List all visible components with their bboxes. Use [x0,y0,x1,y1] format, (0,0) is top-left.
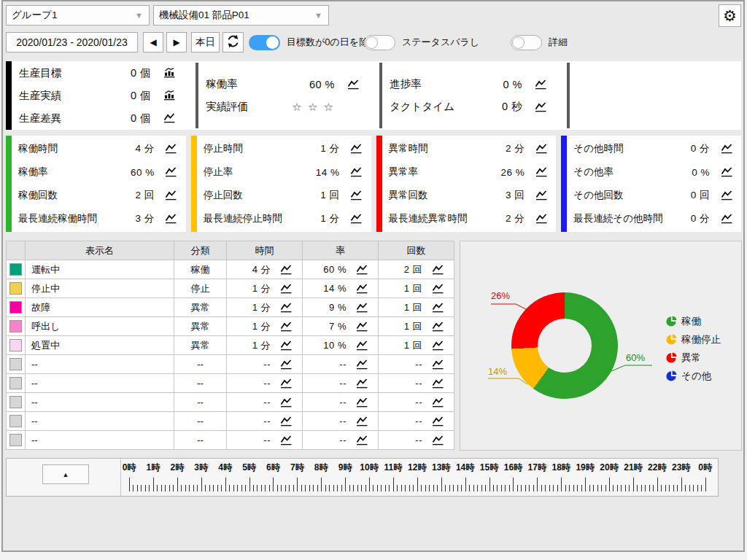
prev-day-button[interactable]: ◀ [143,32,163,52]
trend-line-icon[interactable] [430,284,445,294]
trend-line-icon[interactable] [279,322,293,332]
status-color-swatch [9,301,22,314]
ruler-tick [493,485,494,491]
trend-line-icon[interactable] [430,265,445,275]
trend-line-icon[interactable] [430,341,445,351]
ruler-tick [701,485,702,491]
metric-row: その他回数0 回 [567,184,741,207]
status-name-cell: 運転中 [26,260,174,279]
trend-line-icon[interactable] [355,322,369,332]
machine-dropdown[interactable]: 機械設備01 部品P01 ▼ [153,5,329,26]
toggle-detail[interactable] [511,35,542,50]
ruler-tick [341,485,342,491]
ruler-tick [477,485,478,491]
hour-label: 5時 [242,462,256,474]
metric-value: 4 分 [115,142,155,155]
trend-line-icon[interactable] [279,378,293,389]
ruler-tick [429,485,430,491]
trend-line-icon[interactable] [534,144,549,154]
next-day-button[interactable]: ▶ [166,32,187,52]
trend-line-icon[interactable] [430,435,445,446]
dashboard-window: グループ1 ▼ 機械設備01 部品P01 ▼ ⚙ 2020/01/23 - 20… [0,0,747,560]
table-header-cell: 率 [303,241,379,260]
trend-line-icon[interactable] [430,322,445,332]
trend-line-icon[interactable] [355,341,369,351]
trend-line-icon[interactable] [534,214,549,224]
trend-line-icon[interactable] [279,416,293,427]
trend-line-icon[interactable] [719,190,734,201]
bar-chart-icon[interactable] [162,68,177,78]
trend-line-icon[interactable] [279,435,293,446]
trend-line-icon[interactable] [355,378,369,389]
trend-line-icon[interactable] [533,79,548,90]
trend-line-icon[interactable] [279,303,293,313]
trend-line-icon[interactable] [279,397,293,408]
hour-label: 10時 [360,462,378,474]
trend-line-icon[interactable] [534,190,549,201]
trend-line-icon[interactable] [355,303,369,313]
trend-line-icon[interactable] [279,341,293,351]
settings-button[interactable]: ⚙ [719,4,741,27]
toggle-exclude-zero-days[interactable] [249,35,280,50]
trend-line-icon[interactable] [534,167,549,177]
trend-line-icon[interactable] [355,435,369,446]
ruler-tick [165,485,166,491]
cell-value: 7 % [311,321,347,332]
trend-line-icon[interactable] [279,359,293,370]
trend-line-icon[interactable] [719,167,734,177]
trend-line-icon[interactable] [355,397,369,408]
trend-line-icon[interactable] [349,214,364,224]
trend-line-icon[interactable] [279,265,293,275]
trend-line-icon[interactable] [430,397,445,408]
slice-label-error: 26% [491,290,510,301]
ruler-tick [645,485,646,491]
trend-line-icon[interactable] [355,359,369,370]
trend-line-icon[interactable] [162,113,177,123]
bar-chart-icon[interactable] [162,90,177,101]
trend-line-icon[interactable] [349,144,364,154]
trend-line-icon[interactable] [279,284,293,294]
trend-line-icon[interactable] [355,265,369,275]
status-ratio-chart-panel: 26% 14% 60% 稼働稼働停止異常その他 [460,241,742,451]
cell-value: -- [311,435,347,446]
ruler-tick [641,485,642,491]
status-count-cell: -- [379,355,454,374]
trend-line-icon[interactable] [719,144,734,154]
trend-line-icon[interactable] [164,167,179,177]
trend-line-icon[interactable] [430,303,445,313]
ruler-tick [225,478,226,491]
metric-row: タクトタイム0 秒 [382,96,567,118]
refresh-button[interactable] [222,32,244,52]
toggle-status-split[interactable] [364,35,395,50]
status-count-cell: -- [379,431,454,450]
today-button[interactable]: 本日 [191,32,220,52]
trend-line-icon[interactable] [430,378,445,389]
date-range-input[interactable]: 2020/01/23 - 2020/01/23 [6,32,138,52]
pie-icon [666,370,677,381]
trend-line-icon[interactable] [430,359,445,370]
trend-line-icon[interactable] [349,167,364,177]
trend-line-icon[interactable] [164,144,179,154]
status-color-swatch [9,415,22,427]
cell-value: 1 分 [236,282,271,295]
trend-line-icon[interactable] [349,190,364,201]
trend-line-icon[interactable] [355,416,369,427]
status-time-cell: 1 分 [227,298,303,317]
cell-value: -- [236,416,271,427]
group-dropdown[interactable]: グループ1 ▼ [6,5,150,26]
trend-line-icon[interactable] [355,284,369,294]
slice-label-stop: 14% [488,366,507,377]
ruler-tick [557,485,558,491]
trend-line-icon[interactable] [719,214,734,224]
metric-row: 最長連続停止時間1 分 [197,207,371,230]
ruler-tick [389,485,390,491]
timeline-collapse-button[interactable]: ▲ [42,464,89,484]
ruler-tick [277,485,278,491]
status-time-cell: 1 分 [227,279,303,298]
trend-line-icon[interactable] [533,102,548,112]
trend-line-icon[interactable] [430,416,445,427]
ruler-tick [677,485,678,491]
trend-line-icon[interactable] [346,79,360,90]
trend-line-icon[interactable] [164,190,179,201]
trend-line-icon[interactable] [164,214,179,224]
